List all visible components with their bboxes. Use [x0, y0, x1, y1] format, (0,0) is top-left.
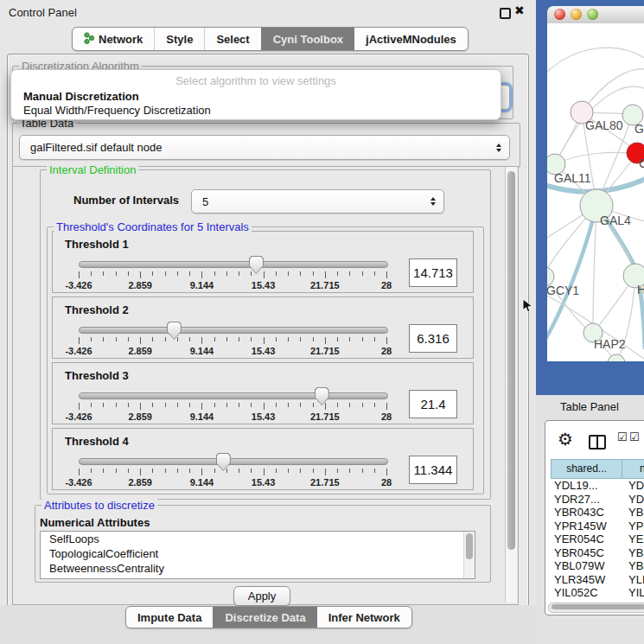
slider-tick [177, 469, 178, 473]
slider-tick-label: 28 [381, 411, 392, 422]
cell-name[interactable]: YER0 [625, 532, 644, 546]
cell-shared-name[interactable]: YER054C [551, 532, 625, 546]
tab-discretize-data[interactable]: Discretize Data [213, 607, 316, 628]
slider-tick [226, 403, 227, 407]
table-row[interactable]: YDR27...YDR2 [551, 493, 644, 507]
cell-name[interactable]: YLR3 [625, 573, 644, 587]
threshold-value[interactable]: 11.344 [409, 456, 457, 484]
bottom-tab-bar: Impute DataDiscretize DataInfer Network [125, 606, 412, 628]
slider-thumb[interactable] [315, 387, 329, 405]
table-horizontal-scrollbar[interactable] [548, 603, 644, 613]
minimize-traffic-light[interactable] [571, 9, 582, 20]
table-row[interactable]: YPR145WYPR1 [551, 520, 644, 533]
table-row[interactable]: YER054CYER0 [551, 532, 644, 546]
table-data-combo-value: galFiltered.sif default node [30, 136, 162, 159]
column-header-shared[interactable]: shared... [551, 459, 622, 479]
split-columns-icon[interactable] [589, 435, 606, 450]
tab-cyni-toolbox[interactable]: Cyni Toolbox [261, 28, 354, 50]
cell-name[interactable]: YBL0 [625, 559, 644, 573]
table-row[interactable]: YBR045CYBR0 [551, 546, 644, 560]
table-row[interactable]: YLR345WYLR3 [551, 573, 644, 587]
cell-name[interactable]: YBR0 [625, 506, 644, 520]
float-window-icon[interactable] [500, 8, 511, 19]
slider-tick [79, 403, 80, 410]
attribute-item-betweennesscentrality[interactable]: BetweennessCentrality [41, 561, 475, 576]
scrollbar-thumb[interactable] [466, 533, 473, 559]
cell-shared-name[interactable]: YPR145W [551, 520, 625, 533]
tab-impute-data[interactable]: Impute Data [126, 607, 213, 628]
slider-thumb[interactable] [167, 322, 182, 340]
tab-infer-network[interactable]: Infer Network [317, 607, 411, 628]
close-traffic-light[interactable] [554, 9, 565, 20]
tab-network[interactable]: Network [73, 28, 154, 50]
cell-shared-name[interactable]: YDL19... [551, 479, 625, 493]
slider-tick-label: 21.715 [310, 346, 340, 356]
zoom-traffic-light[interactable] [587, 9, 598, 20]
num-intervals-combo[interactable]: 5 [191, 189, 444, 214]
column-header-name[interactable]: na [622, 459, 644, 479]
slider-tick [386, 469, 387, 475]
cell-shared-name[interactable]: YBR045C [551, 546, 625, 560]
cell-name[interactable]: YDL1 [625, 479, 644, 493]
popup-option-manual[interactable]: Manual Discretization [23, 90, 139, 103]
slider-tick [165, 337, 166, 341]
slider-tick [288, 403, 289, 407]
attribute-item-selfloops[interactable]: SelfLoops [41, 532, 475, 546]
slider-tick [251, 403, 252, 407]
slider-tick [374, 403, 375, 407]
slider-thumb[interactable] [216, 453, 231, 471]
cell-shared-name[interactable]: YBL079W [551, 559, 625, 573]
cell-shared-name[interactable]: YDR27... [551, 493, 625, 507]
network-window-titlebar[interactable] [547, 6, 644, 24]
slider-tick [201, 469, 202, 475]
tab-style[interactable]: Style [154, 28, 204, 50]
attributes-scrollbar[interactable] [463, 532, 475, 578]
cell-shared-name[interactable]: YBR043C [551, 506, 625, 520]
slider-tick [128, 469, 129, 473]
cell-name[interactable]: YBR0 [625, 546, 644, 560]
cell-name[interactable]: YDR2 [625, 493, 644, 507]
apply-button[interactable]: Apply [233, 586, 290, 606]
scrollbar-thumb[interactable] [552, 604, 644, 609]
slider-thumb[interactable] [249, 256, 264, 274]
slider-track[interactable] [79, 458, 388, 465]
tab-jactivemnodules[interactable]: jActiveMNodules [354, 28, 468, 50]
settings-scrollbar[interactable] [505, 167, 517, 603]
table-row[interactable]: YIL052CYIL0 [551, 586, 644, 600]
table-data-combo[interactable]: galFiltered.sif default node [19, 135, 510, 160]
table-row[interactable]: YBL079WYBL0 [551, 559, 644, 573]
checkbox-checked-icon[interactable]: ☑ [629, 430, 640, 443]
slider-tick [251, 469, 252, 473]
threshold-value[interactable]: 21.4 [409, 390, 457, 418]
checkbox-checked-icon[interactable]: ☑ [617, 430, 628, 443]
table-row[interactable]: YDL19...YDL1 [551, 479, 644, 493]
cell-name[interactable]: YIL0 [625, 586, 644, 600]
tab-select[interactable]: Select [204, 28, 260, 50]
table-header-row: shared... na [551, 459, 644, 479]
cell-shared-name[interactable]: YIL052C [551, 586, 625, 600]
slider-track[interactable] [79, 261, 388, 268]
threshold-value[interactable]: 14.713 [409, 258, 457, 287]
slider-tick [152, 469, 153, 473]
close-icon[interactable]: ✖ [514, 3, 525, 17]
attribute-item-topologicalcoefficient[interactable]: TopologicalCoefficient [41, 546, 475, 561]
network-node[interactable] [608, 354, 625, 361]
slider-tick [140, 337, 141, 344]
popup-option-equal-width[interactable]: Equal Width/Frequency Discretization [23, 104, 211, 117]
slider-tick [300, 403, 301, 407]
table-row[interactable]: YBR043CYBR0 [551, 506, 644, 520]
slider-tick [288, 469, 289, 473]
slider-tick [103, 403, 104, 407]
gear-icon[interactable]: ⚙ [558, 429, 573, 450]
slider-tick [189, 271, 190, 276]
slider-tick [264, 337, 265, 344]
cell-shared-name[interactable]: YLR345W [551, 573, 625, 587]
slider-tick [325, 271, 326, 278]
slider-tick [337, 469, 338, 473]
threshold-value[interactable]: 6.316 [409, 324, 457, 353]
network-canvas[interactable]: GAL80GACGAL11GAL4GCY1HHAP2 [547, 23, 644, 361]
scrollbar-thumb[interactable] [507, 171, 515, 550]
cell-name[interactable]: YPR1 [625, 520, 644, 533]
slider-track[interactable] [79, 327, 388, 334]
slider-track[interactable] [79, 392, 388, 399]
